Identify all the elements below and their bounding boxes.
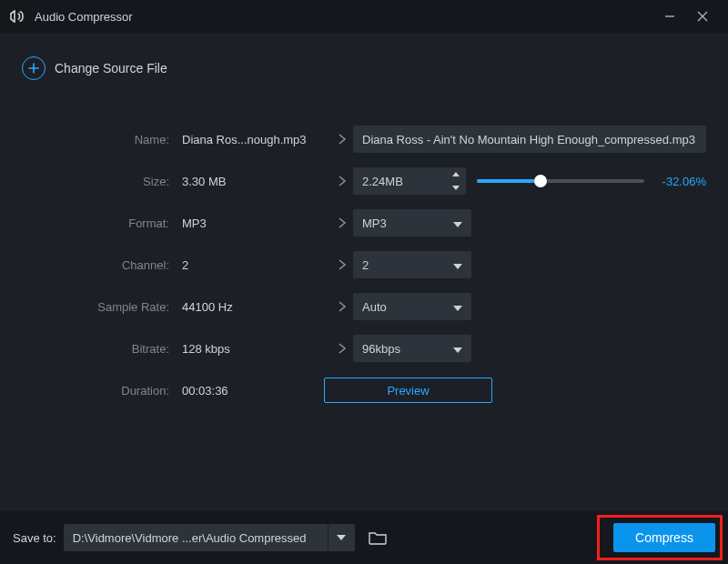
original-name: Diana Ros...nough.mp3 (182, 133, 331, 146)
change-source-row: Change Source File (0, 33, 728, 89)
chevron-down-icon (453, 300, 462, 314)
row-size: Size: 3.30 MB 2.24MB -32.06% (22, 167, 706, 195)
preview-button[interactable]: Preview (324, 378, 492, 403)
output-name-field[interactable]: Diana Ross - Ain't No Mountain High Enou… (353, 126, 706, 153)
row-channel: Channel: 2 2 (22, 251, 706, 278)
close-button[interactable] (686, 0, 719, 33)
output-sample-rate-value: Auto (362, 300, 387, 314)
original-sample-rate: 44100 Hz (182, 300, 331, 314)
save-path-dropdown[interactable] (328, 524, 355, 551)
row-sample-rate: Sample Rate: 44100 Hz Auto (22, 293, 706, 320)
arrow-icon (331, 342, 353, 355)
output-channel-select[interactable]: 2 (353, 251, 471, 278)
row-duration: Duration: 00:03:36 Preview (22, 377, 706, 404)
output-format-select[interactable]: MP3 (353, 209, 471, 237)
output-name-text: Diana Ross - Ain't No Mountain High Enou… (362, 133, 695, 146)
preview-button-label: Preview (387, 384, 429, 398)
original-bitrate: 128 kbps (182, 342, 331, 356)
size-slider[interactable] (477, 167, 644, 195)
label-format: Format: (22, 217, 182, 230)
app-icon (9, 7, 27, 25)
output-format-value: MP3 (362, 217, 387, 230)
chevron-down-icon (453, 342, 462, 356)
open-folder-button[interactable] (364, 524, 391, 551)
minimize-button[interactable] (653, 0, 686, 33)
label-sample-rate: Sample Rate: (22, 300, 182, 314)
size-step-up[interactable] (446, 167, 466, 181)
save-path-text: D:\Vidmore\Vidmore ...er\Audio Compresse… (73, 531, 307, 545)
output-sample-rate-select[interactable]: Auto (353, 293, 471, 320)
arrow-icon (331, 175, 353, 187)
chevron-down-icon (453, 217, 462, 230)
chevron-down-icon (453, 258, 462, 272)
compress-button[interactable]: Compress (613, 523, 715, 552)
original-duration: 00:03:36 (182, 384, 331, 398)
change-source-button[interactable]: Change Source File (55, 61, 167, 76)
titlebar: Audio Compressor (0, 0, 728, 33)
size-slider-thumb[interactable] (534, 175, 547, 187)
size-step-down[interactable] (446, 181, 466, 195)
compress-button-label: Compress (635, 530, 693, 545)
row-format: Format: MP3 MP3 (22, 209, 706, 237)
arrow-icon (331, 133, 353, 146)
original-format: MP3 (182, 217, 331, 230)
bottombar: Save to: D:\Vidmore\Vidmore ...er\Audio … (0, 511, 728, 564)
label-name: Name: (22, 133, 182, 146)
arrow-icon (331, 217, 353, 229)
output-bitrate-value: 96kbps (362, 342, 400, 356)
original-size: 3.30 MB (182, 175, 331, 188)
size-percent: -32.06% (655, 175, 706, 188)
row-bitrate: Bitrate: 128 kbps 96kbps (22, 335, 706, 362)
window-title: Audio Compressor (35, 10, 133, 24)
original-channel: 2 (182, 258, 331, 272)
save-path-field[interactable]: D:\Vidmore\Vidmore ...er\Audio Compresse… (64, 524, 328, 551)
saveto-label: Save to: (13, 531, 56, 545)
output-size-value: 2.24MB (362, 175, 403, 188)
add-source-icon[interactable] (22, 56, 46, 80)
settings-form: Name: Diana Ros...nough.mp3 Diana Ross -… (0, 89, 728, 404)
output-size-spinbox[interactable]: 2.24MB (353, 167, 466, 195)
output-bitrate-select[interactable]: 96kbps (353, 335, 471, 362)
row-name: Name: Diana Ros...nough.mp3 Diana Ross -… (22, 126, 706, 153)
label-duration: Duration: (22, 384, 182, 398)
label-bitrate: Bitrate: (22, 342, 182, 356)
arrow-icon (331, 258, 353, 271)
output-channel-value: 2 (362, 258, 369, 272)
label-channel: Channel: (22, 258, 182, 272)
arrow-icon (331, 300, 353, 313)
label-size: Size: (22, 175, 182, 188)
